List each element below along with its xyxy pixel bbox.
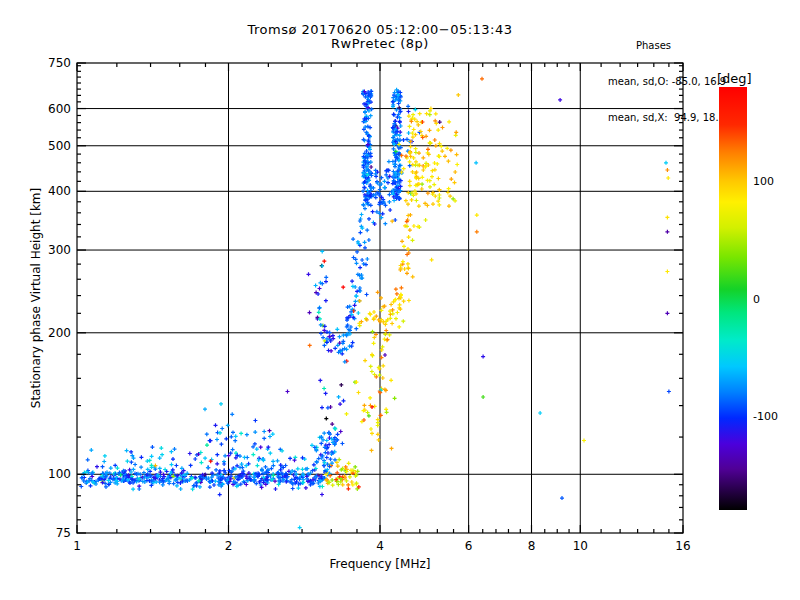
x-tick-label: 1 [73,539,81,553]
y-tick-label: 100 [48,467,71,481]
ionogram-page: Tromsø 20170620 05:12:00−05:13:43 RwPret… [0,0,800,600]
colorbar-label: [deg] [717,71,752,86]
colorbar-tick-label: -100 [753,410,778,423]
y-tick-label: 400 [48,184,71,198]
x-tick-label: 16 [675,539,690,553]
x-tick-label: 4 [376,539,384,553]
y-tick-label: 75 [56,526,71,540]
y-tick-label: 750 [48,56,71,70]
y-axis-label: Stationary phase Virtual Height [km] [29,188,43,408]
ionogram-plot: 12468101675100200300400500600750Frequenc… [0,0,800,600]
colorbar-tick-label: 0 [753,293,760,306]
scatter-points [79,77,671,530]
y-tick-label: 600 [48,102,71,116]
x-tick-label: 10 [573,539,588,553]
x-tick-label: 2 [225,539,233,553]
x-tick-label: 8 [528,539,536,553]
colorbar-tick-label: 100 [753,175,774,188]
x-axis-label: Frequency [MHz] [330,557,431,571]
y-tick-label: 300 [48,243,71,257]
colorbar-gradient [719,87,747,510]
x-tick-label: 6 [465,539,473,553]
y-tick-label: 500 [48,139,71,153]
y-tick-label: 200 [48,326,71,340]
